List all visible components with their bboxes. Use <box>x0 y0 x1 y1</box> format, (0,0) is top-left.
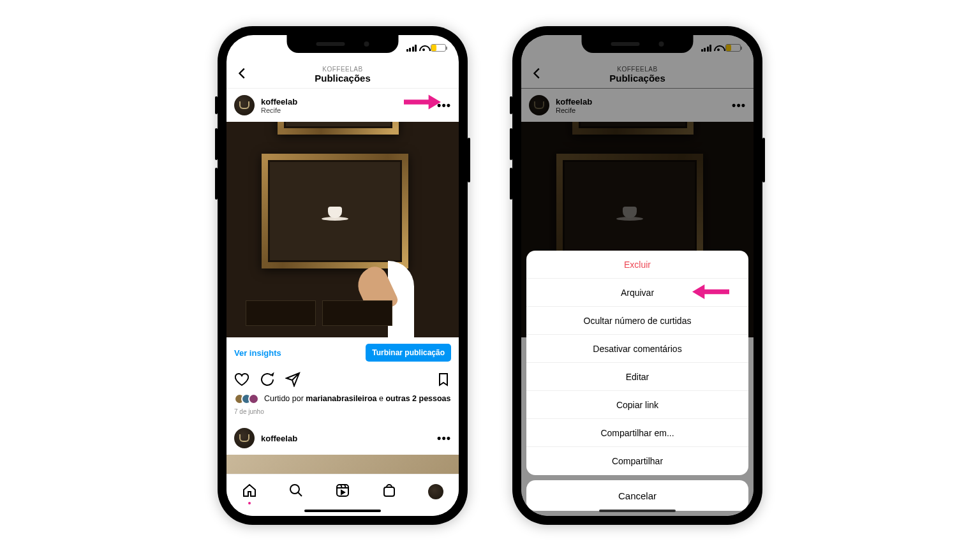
action-ocultar-curtidas[interactable]: Ocultar número de curtidas <box>526 307 748 335</box>
action-copiar-link[interactable]: Copiar link <box>526 391 748 419</box>
wifi-icon <box>419 43 428 52</box>
reels-icon <box>335 483 350 498</box>
action-editar[interactable]: Editar <box>526 363 748 391</box>
signal-icon <box>406 45 417 52</box>
back-button[interactable] <box>235 66 249 83</box>
share-button[interactable] <box>285 372 301 390</box>
action-excluir[interactable]: Excluir <box>526 251 748 279</box>
post-date: 7 de junho <box>226 404 459 419</box>
user-avatar[interactable] <box>234 95 255 115</box>
likes-text: Curtido por marianabrasileiroa e outras … <box>264 393 451 404</box>
svg-line-1 <box>298 492 302 496</box>
post-username[interactable]: koffeelab <box>261 434 297 443</box>
action-desativar-comentarios[interactable]: Desativar comentários <box>526 335 748 363</box>
post-location[interactable]: Recife <box>261 107 297 114</box>
image-hand <box>357 261 414 337</box>
modal-backdrop[interactable]: Excluir Arquivar Ocultar número de curti… <box>521 35 754 516</box>
insights-row: Ver insights Turbinar publicação <box>226 337 459 368</box>
comment-button[interactable] <box>260 372 275 390</box>
next-post-image-peek[interactable] <box>226 455 459 474</box>
svg-rect-2 <box>337 485 348 496</box>
shop-icon <box>382 483 397 498</box>
more-options-button[interactable]: ••• <box>437 99 451 112</box>
save-button[interactable] <box>436 372 451 390</box>
view-insights-link[interactable]: Ver insights <box>234 348 281 358</box>
home-icon <box>242 483 257 498</box>
chevron-left-icon <box>235 66 249 80</box>
more-options-button[interactable]: ••• <box>437 432 451 445</box>
likes-row[interactable]: Curtido por marianabrasileiroa e outras … <box>226 393 459 404</box>
tab-search[interactable] <box>288 483 304 501</box>
header-title: Publicações <box>315 73 371 84</box>
action-compartilhar-em[interactable]: Compartilhar em... <box>526 419 748 447</box>
phone-frame-1: KOFFEELAB Publicações koffeelab Recife •… <box>218 26 468 525</box>
action-arquivar[interactable]: Arquivar <box>526 279 748 307</box>
action-sheet: Excluir Arquivar Ocultar número de curti… <box>526 251 748 475</box>
phone-frame-2: KOFFEELAB Publicações koffeelab Recife •… <box>512 26 762 525</box>
notch <box>582 35 694 53</box>
home-indicator[interactable] <box>304 510 381 512</box>
action-compartilhar[interactable]: Compartilhar <box>526 447 748 475</box>
post-header: koffeelab Recife ••• <box>226 89 459 122</box>
tab-shop[interactable] <box>382 483 397 501</box>
screen-1: KOFFEELAB Publicações koffeelab Recife •… <box>226 35 459 516</box>
post-actions <box>226 368 459 393</box>
like-button[interactable] <box>234 372 249 390</box>
tab-profile[interactable] <box>428 484 443 499</box>
svg-point-0 <box>290 485 299 494</box>
post-username[interactable]: koffeelab <box>261 97 297 107</box>
tab-reels[interactable] <box>335 483 350 501</box>
tab-home[interactable] <box>242 483 257 501</box>
home-indicator[interactable] <box>599 510 676 512</box>
battery-icon <box>431 44 446 52</box>
header-subtitle: KOFFEELAB <box>315 66 371 73</box>
notch <box>287 35 399 53</box>
post-image[interactable] <box>226 122 459 337</box>
user-avatar[interactable] <box>234 428 255 448</box>
svg-rect-6 <box>384 487 394 496</box>
screen-2: KOFFEELAB Publicações koffeelab Recife •… <box>521 35 754 516</box>
action-cancelar[interactable]: Cancelar <box>526 480 748 511</box>
search-icon <box>288 483 304 498</box>
annotation-arrow-1 <box>404 94 441 113</box>
liker-avatars <box>234 393 259 404</box>
annotation-arrow-2 <box>692 283 729 302</box>
page-header: KOFFEELAB Publicações <box>226 61 459 89</box>
next-post-header: koffeelab ••• <box>226 419 459 455</box>
boost-post-button[interactable]: Turbinar publicação <box>366 344 451 362</box>
